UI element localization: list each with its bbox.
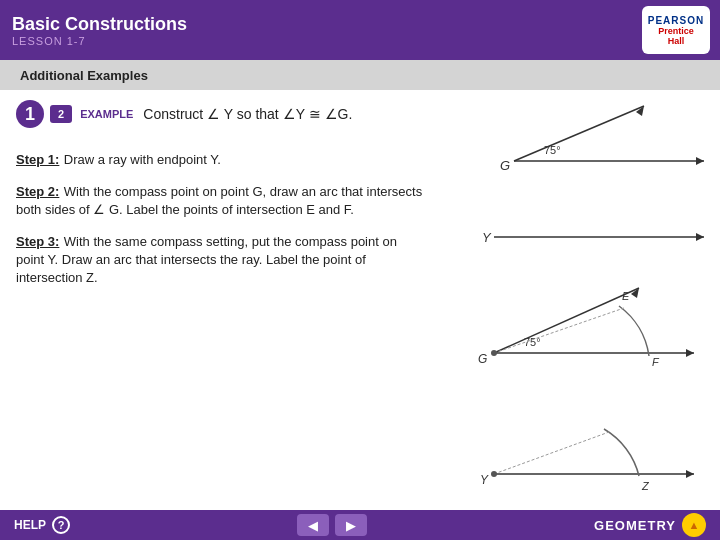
svg-text:Z: Z (641, 480, 650, 492)
geometry-section: GEOMETRY ▲ (594, 513, 706, 537)
objective-number: 1 (16, 100, 44, 128)
svg-text:E: E (622, 290, 630, 302)
step2-desc: With the compass point on point G, draw … (16, 184, 422, 217)
svg-text:G: G (500, 158, 510, 173)
header: Basic Constructions LESSON 1-7 PEARSON P… (0, 0, 720, 60)
svg-point-24 (491, 471, 497, 477)
step3-block: Step 3: With the same compass setting, p… (16, 232, 424, 286)
step1-desc: Draw a ray with endpoint Y. (64, 152, 221, 167)
svg-marker-11 (686, 349, 694, 357)
svg-text:Y: Y (482, 230, 492, 245)
hall-text: Hall (668, 36, 685, 46)
diagram-compass-y: Y Z (464, 394, 714, 504)
main-title: Basic Constructions (12, 14, 187, 35)
diagram-compass-g: G E F 75° (464, 268, 714, 388)
construct-text: Construct ∠ Y so that ∠Y ≅ ∠G. (143, 106, 352, 122)
back-button[interactable]: ◀ (297, 514, 329, 536)
nav-buttons: ◀ ▶ (297, 514, 367, 536)
back-arrow: ◀ (308, 518, 318, 533)
svg-text:G: G (478, 352, 487, 366)
svg-text:F: F (652, 356, 660, 368)
objective-row: 1 2 EXAMPLE Construct ∠ Y so that ∠Y ≅ ∠… (16, 100, 424, 128)
example-badge: 2 (50, 105, 72, 123)
step3-desc: With the same compass setting, put the c… (16, 234, 397, 285)
svg-marker-2 (696, 157, 704, 165)
diagram-angle-g: G 75° (464, 96, 714, 196)
sub-header: Additional Examples (0, 60, 720, 90)
svg-text:75°: 75° (544, 144, 561, 156)
forward-button[interactable]: ▶ (335, 514, 367, 536)
geometry-icon: ▲ (682, 513, 706, 537)
svg-line-17 (494, 308, 624, 353)
objective-number-text: 1 (25, 104, 35, 125)
help-icon[interactable]: ? (52, 516, 70, 534)
step3-title: Step 3: (16, 234, 59, 249)
content: 1 2 EXAMPLE Construct ∠ Y so that ∠Y ≅ ∠… (0, 90, 720, 510)
diagram-ray-y: Y (464, 202, 714, 262)
pearson-text: PEARSON (648, 15, 704, 26)
step2-title: Step 2: (16, 184, 59, 199)
help-text: HELP (14, 518, 46, 532)
header-title-block: Basic Constructions LESSON 1-7 (12, 14, 187, 47)
lesson-label: LESSON 1-7 (12, 35, 187, 47)
step1-block: Step 1: Draw a ray with endpoint Y. (16, 150, 424, 168)
left-panel: 1 2 EXAMPLE Construct ∠ Y so that ∠Y ≅ ∠… (0, 90, 440, 510)
step2-block: Step 2: With the compass point on point … (16, 182, 424, 218)
right-panel: G 75° Y G E (440, 90, 720, 510)
svg-line-1 (514, 106, 644, 161)
forward-arrow: ▶ (346, 518, 356, 533)
pearson-logo: PEARSON Prentice Hall (642, 6, 710, 54)
svg-point-18 (491, 350, 497, 356)
step1-title: Step 1: (16, 152, 59, 167)
example-label-text: EXAMPLE (80, 108, 133, 120)
geometry-text: GEOMETRY (594, 518, 676, 533)
additional-examples-label: Additional Examples (20, 68, 148, 83)
help-section: HELP ? (14, 516, 70, 534)
svg-marker-20 (686, 470, 694, 478)
prentice-text: Prentice (658, 26, 694, 36)
svg-line-10 (494, 288, 639, 353)
footer: HELP ? ◀ ▶ GEOMETRY ▲ (0, 510, 720, 540)
svg-marker-7 (696, 233, 704, 241)
svg-line-23 (494, 432, 609, 474)
svg-text:Y: Y (480, 473, 489, 487)
